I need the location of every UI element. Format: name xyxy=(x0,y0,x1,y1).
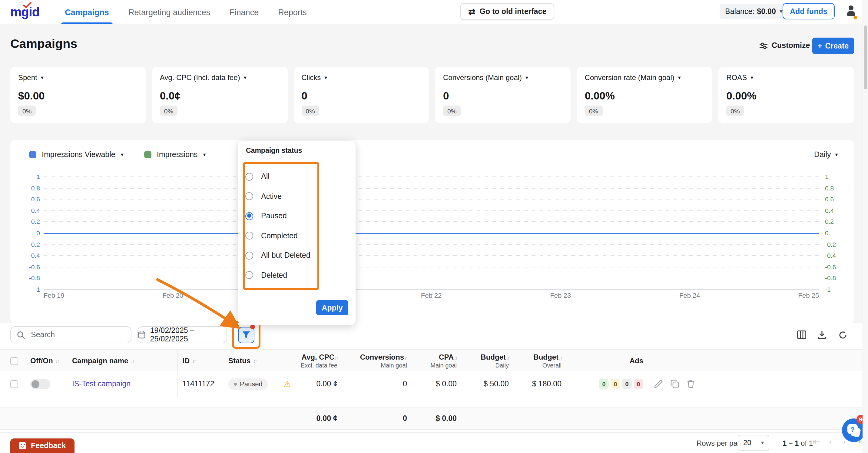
radio-icon[interactable] xyxy=(245,173,253,181)
apply-button[interactable]: Apply xyxy=(316,300,348,315)
sort-icon: ↓↑ xyxy=(334,355,337,361)
stat-card-3: Conversions (Main goal)▾00% xyxy=(435,67,571,123)
download-icon xyxy=(818,331,826,339)
column-header-budget-overall[interactable]: Budget↓↑ Overall xyxy=(514,353,566,369)
radio-icon[interactable] xyxy=(245,212,253,220)
ads-count-badge-1[interactable]: 0 xyxy=(611,379,620,389)
feedback-button[interactable]: Feedback xyxy=(10,438,74,453)
scrollbar-thumb[interactable] xyxy=(864,26,867,89)
x-axis-tick: Feb 25 xyxy=(798,292,819,299)
chevron-down-icon: ▾ xyxy=(780,8,783,15)
chevron-down-icon: ▾ xyxy=(324,75,327,81)
user-avatar-icon[interactable] xyxy=(845,5,857,18)
column-header-avg-cpc[interactable]: Avg. CPC↓↑ Excl. data fee xyxy=(288,353,342,369)
radio-icon[interactable] xyxy=(245,272,253,279)
rows-per-page-select[interactable]: 20 ▾ xyxy=(738,435,769,451)
customize-button[interactable]: Customize xyxy=(760,41,810,50)
create-button[interactable]: + Create xyxy=(812,37,854,54)
prev-page-icon[interactable]: ‹ xyxy=(826,436,835,446)
conversions-value: 0 xyxy=(342,379,412,388)
chart-gridline xyxy=(43,278,819,279)
column-header-cpa[interactable]: CPA↓↑ Main goal xyxy=(412,353,462,369)
smiley-icon xyxy=(19,442,26,449)
status-option-all[interactable]: All xyxy=(245,172,319,181)
radio-icon[interactable] xyxy=(245,232,253,240)
stat-label[interactable]: Conversion rate (Main goal)▾ xyxy=(585,74,705,82)
nav-item-finance[interactable]: Finance xyxy=(220,0,268,24)
row-checkbox[interactable] xyxy=(10,380,18,388)
y-axis-tick-right: 0.4 xyxy=(825,207,839,214)
tune-icon xyxy=(760,41,768,50)
stat-cards-row: Spent▾$0.000%Avg. CPC (Incl. data fee)▾0… xyxy=(10,67,854,123)
stat-label[interactable]: Clicks▾ xyxy=(301,74,421,82)
first-page-icon[interactable]: ⇤ xyxy=(812,436,821,446)
main-nav: Campaigns Retargeting audiences Finance … xyxy=(55,0,316,24)
page-title: Campaigns xyxy=(10,36,77,51)
filter-button[interactable] xyxy=(238,327,254,343)
column-header-budget-daily[interactable]: Budget↓↑ Daily xyxy=(462,353,514,369)
column-header-campaign-name[interactable]: Campaign name↓↑ xyxy=(68,357,178,365)
refresh-button[interactable] xyxy=(837,329,848,341)
nav-item-reports[interactable]: Reports xyxy=(268,0,316,24)
avatar-body xyxy=(847,11,855,16)
delete-icon[interactable] xyxy=(687,379,695,388)
sort-icon: ↓↑ xyxy=(506,355,509,361)
y-axis-tick-left: -0.6 xyxy=(10,263,40,271)
ads-counts[interactable]: 0000 xyxy=(566,379,648,389)
column-header-off-on[interactable]: Off/On↓↑ xyxy=(27,357,68,365)
filter-funnel-icon xyxy=(242,331,250,339)
ads-count-badge-3[interactable]: 0 xyxy=(633,379,643,389)
nav-divider xyxy=(834,5,834,18)
y-axis-tick-right: 0.8 xyxy=(825,184,839,191)
chart-gridline xyxy=(43,188,819,188)
nav-item-retargeting-audiences[interactable]: Retargeting audiences xyxy=(119,0,220,24)
popup-divider xyxy=(238,295,355,295)
help-widget-button[interactable]: ? 9+ xyxy=(842,419,866,442)
column-header-conversions[interactable]: Conversions↓↑ Main goal xyxy=(342,353,412,369)
column-header-id[interactable]: ID↓↑ xyxy=(178,357,227,365)
nav-item-campaigns[interactable]: Campaigns xyxy=(55,0,119,24)
column-header-status[interactable]: Status↓↑ xyxy=(227,357,288,365)
status-option-all-but-deleted[interactable]: All but Deleted xyxy=(245,251,319,260)
columns-button[interactable] xyxy=(795,329,807,341)
status-option-deleted[interactable]: Deleted xyxy=(245,271,319,280)
page-scrollbar[interactable] xyxy=(863,0,868,453)
ads-count-badge-2[interactable]: 0 xyxy=(622,379,632,389)
y-axis-tick-right: 0 xyxy=(825,229,834,236)
date-range-picker[interactable]: 19/02/2025 – 25/02/2025 xyxy=(137,326,227,343)
stat-label[interactable]: Avg. CPC (Incl. data fee)▾ xyxy=(160,74,280,82)
date-range-value: 19/02/2025 – 25/02/2025 xyxy=(150,326,226,343)
stat-label[interactable]: ROAS▾ xyxy=(726,74,846,82)
y-axis-tick-left: -1 xyxy=(10,286,40,293)
radio-icon[interactable] xyxy=(245,193,253,200)
column-header-ads: Ads xyxy=(566,357,648,365)
notification-dot xyxy=(854,16,857,20)
y-axis-tick-right: -1 xyxy=(825,286,836,293)
edit-icon[interactable] xyxy=(654,379,663,388)
radio-icon[interactable] xyxy=(245,252,253,259)
campaign-name-link[interactable]: IS-Test campaign xyxy=(68,379,178,388)
status-option-label: Paused xyxy=(261,212,287,221)
campaign-toggle[interactable] xyxy=(30,379,50,389)
balance-value: $0.00 xyxy=(757,7,776,16)
plus-icon: + xyxy=(818,41,822,50)
refresh-icon xyxy=(838,330,847,339)
status-option-active[interactable]: Active xyxy=(245,192,319,201)
stat-change-badge: 0% xyxy=(443,106,461,116)
mgid-logo[interactable]: mgid xyxy=(10,0,39,24)
avg-cpc-value: 0.00 ¢ xyxy=(288,379,342,388)
y-axis-tick-right: 0.2 xyxy=(825,218,839,225)
download-button[interactable] xyxy=(816,329,828,341)
status-option-paused[interactable]: Paused xyxy=(245,212,319,221)
stat-label[interactable]: Spent▾ xyxy=(18,74,138,82)
duplicate-icon[interactable] xyxy=(671,379,679,388)
ads-count-badge-0[interactable]: 0 xyxy=(599,379,609,389)
search-input[interactable] xyxy=(30,330,123,340)
select-all-checkbox[interactable] xyxy=(10,357,18,365)
campaigns-dashboard: mgid Campaigns Retargeting audiences Fin… xyxy=(0,0,868,453)
stat-label[interactable]: Conversions (Main goal)▾ xyxy=(443,74,563,82)
add-funds-button[interactable]: Add funds xyxy=(783,3,835,20)
go-to-old-interface-button[interactable]: ⇄ Go to old interface xyxy=(460,3,554,20)
status-option-completed[interactable]: Completed xyxy=(245,232,319,240)
balance-dropdown[interactable]: Balance: $0.00 ▾ xyxy=(720,4,788,19)
